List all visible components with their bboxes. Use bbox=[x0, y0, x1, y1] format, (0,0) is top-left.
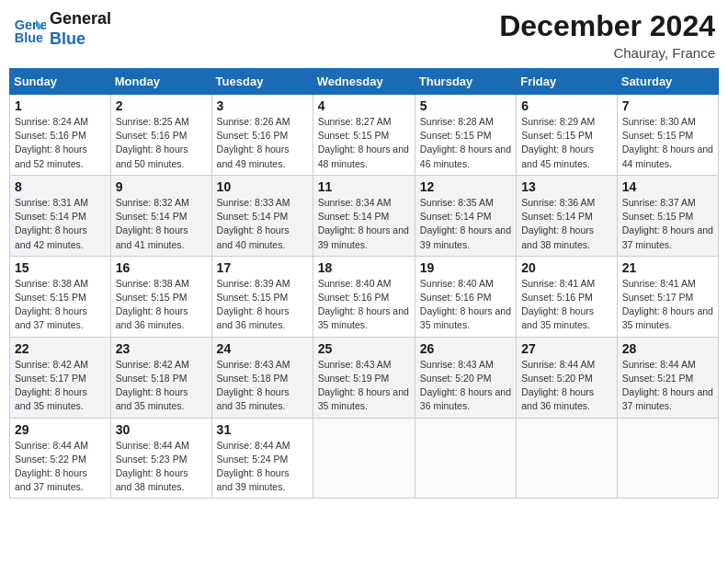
day-detail: Sunrise: 8:44 AMSunset: 5:20 PMDaylight:… bbox=[521, 359, 595, 412]
day-number: 27 bbox=[521, 341, 612, 356]
calendar-cell: 3 Sunrise: 8:26 AMSunset: 5:16 PMDayligh… bbox=[211, 95, 313, 176]
day-detail: Sunrise: 8:32 AMSunset: 5:14 PMDaylight:… bbox=[116, 197, 189, 250]
day-number: 8 bbox=[15, 179, 106, 194]
calendar-cell: 6 Sunrise: 8:29 AMSunset: 5:15 PMDayligh… bbox=[517, 95, 618, 176]
calendar-cell: 31 Sunrise: 8:44 AMSunset: 5:24 PMDaylig… bbox=[211, 418, 313, 499]
logo: General Blue General Blue bbox=[13, 9, 111, 49]
calendar-cell: 21 Sunrise: 8:41 AMSunset: 5:17 PMDaylig… bbox=[617, 256, 718, 337]
calendar-cell: 13 Sunrise: 8:36 AMSunset: 5:14 PMDaylig… bbox=[517, 175, 618, 256]
calendar-cell: 9 Sunrise: 8:32 AMSunset: 5:14 PMDayligh… bbox=[110, 175, 211, 256]
week-row-4: 22 Sunrise: 8:42 AMSunset: 5:17 PMDaylig… bbox=[10, 337, 719, 418]
calendar-cell: 28 Sunrise: 8:44 AMSunset: 5:21 PMDaylig… bbox=[617, 337, 718, 418]
location-subtitle: Chauray, France bbox=[499, 45, 715, 61]
day-detail: Sunrise: 8:28 AMSunset: 5:15 PMDaylight:… bbox=[420, 116, 511, 169]
day-number: 30 bbox=[116, 422, 207, 437]
day-number: 14 bbox=[622, 179, 713, 194]
day-number: 21 bbox=[622, 260, 713, 275]
day-number: 5 bbox=[420, 98, 511, 113]
day-detail: Sunrise: 8:44 AMSunset: 5:24 PMDaylight:… bbox=[217, 440, 290, 493]
day-detail: Sunrise: 8:34 AMSunset: 5:14 PMDaylight:… bbox=[318, 197, 409, 250]
day-detail: Sunrise: 8:36 AMSunset: 5:14 PMDaylight:… bbox=[521, 197, 595, 250]
day-detail: Sunrise: 8:40 AMSunset: 5:16 PMDaylight:… bbox=[420, 278, 511, 331]
col-sunday: Sunday bbox=[10, 69, 111, 95]
day-number: 10 bbox=[217, 179, 308, 194]
month-year-title: December 2024 bbox=[499, 9, 715, 43]
day-number: 6 bbox=[521, 98, 612, 113]
day-detail: Sunrise: 8:35 AMSunset: 5:14 PMDaylight:… bbox=[420, 197, 511, 250]
svg-text:Blue: Blue bbox=[15, 29, 43, 44]
day-number: 9 bbox=[116, 179, 207, 194]
day-detail: Sunrise: 8:31 AMSunset: 5:14 PMDaylight:… bbox=[15, 197, 88, 250]
logo-icon: General Blue bbox=[13, 13, 46, 46]
day-detail: Sunrise: 8:44 AMSunset: 5:22 PMDaylight:… bbox=[15, 440, 88, 493]
calendar-header-row: Sunday Monday Tuesday Wednesday Thursday… bbox=[10, 69, 719, 95]
col-saturday: Saturday bbox=[617, 69, 718, 95]
day-detail: Sunrise: 8:44 AMSunset: 5:21 PMDaylight:… bbox=[622, 359, 713, 412]
day-number: 2 bbox=[116, 98, 207, 113]
calendar-cell: 10 Sunrise: 8:33 AMSunset: 5:14 PMDaylig… bbox=[211, 175, 313, 256]
day-detail: Sunrise: 8:41 AMSunset: 5:17 PMDaylight:… bbox=[622, 278, 713, 331]
day-number: 31 bbox=[217, 422, 308, 437]
day-number: 24 bbox=[217, 341, 308, 356]
calendar-cell: 25 Sunrise: 8:43 AMSunset: 5:19 PMDaylig… bbox=[313, 337, 415, 418]
day-detail: Sunrise: 8:40 AMSunset: 5:16 PMDaylight:… bbox=[318, 278, 409, 331]
day-detail: Sunrise: 8:33 AMSunset: 5:14 PMDaylight:… bbox=[217, 197, 290, 250]
calendar-cell: 19 Sunrise: 8:40 AMSunset: 5:16 PMDaylig… bbox=[415, 256, 516, 337]
calendar-cell: 30 Sunrise: 8:44 AMSunset: 5:23 PMDaylig… bbox=[110, 418, 211, 499]
calendar-cell: 14 Sunrise: 8:37 AMSunset: 5:15 PMDaylig… bbox=[617, 175, 718, 256]
title-block: December 2024 Chauray, France bbox=[499, 9, 715, 61]
calendar-cell: 22 Sunrise: 8:42 AMSunset: 5:17 PMDaylig… bbox=[10, 337, 111, 418]
day-detail: Sunrise: 8:29 AMSunset: 5:15 PMDaylight:… bbox=[521, 116, 595, 169]
calendar-cell: 20 Sunrise: 8:41 AMSunset: 5:16 PMDaylig… bbox=[517, 256, 618, 337]
calendar-cell: 5 Sunrise: 8:28 AMSunset: 5:15 PMDayligh… bbox=[415, 95, 516, 176]
calendar-cell: 12 Sunrise: 8:35 AMSunset: 5:14 PMDaylig… bbox=[415, 175, 516, 256]
day-detail: Sunrise: 8:43 AMSunset: 5:20 PMDaylight:… bbox=[420, 359, 511, 412]
week-row-1: 1 Sunrise: 8:24 AMSunset: 5:16 PMDayligh… bbox=[10, 95, 719, 176]
day-detail: Sunrise: 8:42 AMSunset: 5:18 PMDaylight:… bbox=[116, 359, 189, 412]
col-monday: Monday bbox=[110, 69, 211, 95]
col-tuesday: Tuesday bbox=[211, 69, 313, 95]
day-number: 18 bbox=[318, 260, 410, 275]
calendar-cell: 11 Sunrise: 8:34 AMSunset: 5:14 PMDaylig… bbox=[313, 175, 415, 256]
calendar-cell: 1 Sunrise: 8:24 AMSunset: 5:16 PMDayligh… bbox=[10, 95, 111, 176]
day-number: 12 bbox=[420, 179, 511, 194]
day-detail: Sunrise: 8:44 AMSunset: 5:23 PMDaylight:… bbox=[116, 440, 189, 493]
day-detail: Sunrise: 8:26 AMSunset: 5:16 PMDaylight:… bbox=[217, 116, 290, 169]
day-number: 26 bbox=[420, 341, 511, 356]
day-number: 7 bbox=[622, 98, 713, 113]
day-number: 17 bbox=[217, 260, 308, 275]
day-detail: Sunrise: 8:30 AMSunset: 5:15 PMDaylight:… bbox=[622, 116, 713, 169]
calendar-cell: 17 Sunrise: 8:39 AMSunset: 5:15 PMDaylig… bbox=[211, 256, 313, 337]
calendar-cell bbox=[517, 418, 618, 499]
day-detail: Sunrise: 8:27 AMSunset: 5:15 PMDaylight:… bbox=[318, 116, 409, 169]
day-detail: Sunrise: 8:37 AMSunset: 5:15 PMDaylight:… bbox=[622, 197, 713, 250]
col-thursday: Thursday bbox=[415, 69, 516, 95]
day-number: 15 bbox=[15, 260, 106, 275]
day-number: 28 bbox=[622, 341, 713, 356]
page-header: General Blue General Blue December 2024 … bbox=[9, 9, 719, 61]
calendar-cell: 2 Sunrise: 8:25 AMSunset: 5:16 PMDayligh… bbox=[110, 95, 211, 176]
day-detail: Sunrise: 8:24 AMSunset: 5:16 PMDaylight:… bbox=[15, 116, 88, 169]
calendar-cell: 4 Sunrise: 8:27 AMSunset: 5:15 PMDayligh… bbox=[313, 95, 415, 176]
day-detail: Sunrise: 8:43 AMSunset: 5:18 PMDaylight:… bbox=[217, 359, 290, 412]
calendar-cell: 29 Sunrise: 8:44 AMSunset: 5:22 PMDaylig… bbox=[10, 418, 111, 499]
week-row-2: 8 Sunrise: 8:31 AMSunset: 5:14 PMDayligh… bbox=[10, 175, 719, 256]
calendar-table: Sunday Monday Tuesday Wednesday Thursday… bbox=[9, 68, 719, 499]
day-number: 19 bbox=[420, 260, 511, 275]
calendar-cell bbox=[313, 418, 415, 499]
calendar-cell: 8 Sunrise: 8:31 AMSunset: 5:14 PMDayligh… bbox=[10, 175, 111, 256]
day-detail: Sunrise: 8:41 AMSunset: 5:16 PMDaylight:… bbox=[521, 278, 595, 331]
logo-blue: Blue bbox=[50, 29, 111, 50]
calendar-cell: 7 Sunrise: 8:30 AMSunset: 5:15 PMDayligh… bbox=[617, 95, 718, 176]
calendar-cell: 27 Sunrise: 8:44 AMSunset: 5:20 PMDaylig… bbox=[517, 337, 618, 418]
logo-general: General bbox=[50, 9, 111, 29]
day-number: 16 bbox=[116, 260, 207, 275]
day-number: 11 bbox=[318, 179, 410, 194]
calendar-cell bbox=[415, 418, 516, 499]
calendar-cell bbox=[617, 418, 718, 499]
calendar-cell: 15 Sunrise: 8:38 AMSunset: 5:15 PMDaylig… bbox=[10, 256, 111, 337]
calendar-cell: 16 Sunrise: 8:38 AMSunset: 5:15 PMDaylig… bbox=[110, 256, 211, 337]
calendar-cell: 18 Sunrise: 8:40 AMSunset: 5:16 PMDaylig… bbox=[313, 256, 415, 337]
day-detail: Sunrise: 8:38 AMSunset: 5:15 PMDaylight:… bbox=[15, 278, 88, 331]
calendar-cell: 26 Sunrise: 8:43 AMSunset: 5:20 PMDaylig… bbox=[415, 337, 516, 418]
